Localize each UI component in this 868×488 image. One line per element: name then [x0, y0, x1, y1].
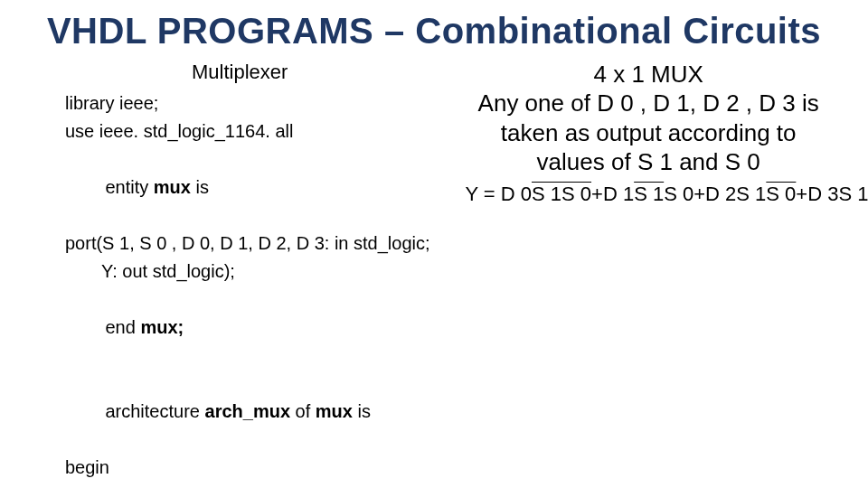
eq-part: S 1	[838, 183, 868, 205]
mux-desc: Any one of D 0 , D 1, D 2 , D 3 is	[465, 89, 832, 118]
keyword: mux;	[140, 317, 184, 337]
code-line: end mux;	[65, 286, 450, 370]
mux-heading: 4 x 1 MUX	[465, 61, 832, 89]
code-line: Y<= ((not S 1) and (not S 0) and D 0) or	[65, 482, 450, 488]
code-line: begin	[65, 454, 450, 482]
code-line: use ieee. std_logic_1164. all	[65, 117, 450, 145]
text: is	[196, 177, 209, 197]
eq-part: S 0	[664, 183, 693, 205]
eq-overline: S 0	[766, 183, 796, 205]
code-line: Y: out std_logic);	[65, 258, 450, 286]
slide-title: VHDL PROGRAMS – Combinational Circuits	[36, 11, 832, 52]
eq-overline: S 1	[532, 183, 561, 205]
multiplexer-heading: Multiplexer	[29, 61, 450, 84]
eq-part: S 1	[736, 183, 766, 205]
eq-part: Y = D 0	[465, 183, 532, 205]
eq-overline: S 1	[634, 183, 664, 205]
slide: VHDL PROGRAMS – Combinational Circuits M…	[0, 0, 868, 488]
code-line: library ieee;	[65, 89, 450, 117]
text: entity	[105, 177, 153, 197]
keyword: arch_mux	[205, 401, 296, 421]
eq-part: +D 2	[693, 183, 736, 205]
code-line: architecture arch_mux of mux is	[65, 370, 450, 454]
eq-part: +D 3	[796, 183, 838, 205]
eq-part: +D 1	[591, 183, 634, 205]
text: end	[105, 317, 140, 337]
code-line: entity mux is	[65, 145, 450, 230]
right-column: 4 x 1 MUX Any one of D 0 , D 1, D 2 , D …	[458, 59, 832, 488]
keyword: mux	[154, 177, 196, 197]
content-columns: Multiplexer library ieee; use ieee. std_…	[36, 59, 832, 488]
text: is	[358, 401, 371, 421]
text: of	[296, 401, 316, 421]
code-line: port(S 1, S 0 , D 0, D 1, D 2, D 3: in s…	[65, 230, 450, 258]
text: architecture	[105, 401, 204, 421]
mux-desc: taken as output according to	[465, 118, 832, 148]
boolean-equation: Y = D 0S 1S 0+D 1S 1S 0+D 2S 1S 0+D 3S 1…	[465, 183, 832, 206]
mux-desc: values of S 1 and S 0	[465, 147, 832, 177]
keyword: mux	[316, 401, 358, 421]
eq-overline: S 0	[561, 183, 591, 205]
equation-text: Y = D 0S 1S 0+D 1S 1S 0+D 2S 1S 0+D 3S 1…	[465, 183, 868, 206]
left-column: Multiplexer library ieee; use ieee. std_…	[36, 59, 458, 488]
